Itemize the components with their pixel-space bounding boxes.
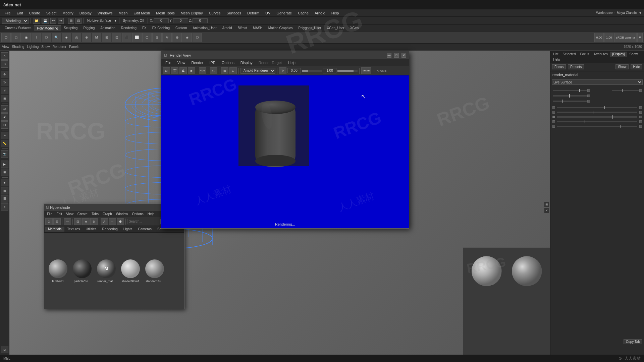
mat-lambert1[interactable]: lambert1 [48, 259, 68, 283]
live-surface-dropdown[interactable]: ▼ [114, 19, 117, 22]
redo-btn[interactable]: ↪ [58, 18, 64, 24]
menu-select[interactable]: Select [44, 10, 59, 16]
rv-menu-view[interactable]: View [175, 60, 188, 65]
shelf-icon-18[interactable]: ⊕ [172, 33, 182, 42]
hs-menu-file[interactable]: File [45, 212, 54, 216]
shelf-icon-4[interactable]: T [32, 33, 41, 42]
rv-btn-3[interactable]: 📽 [179, 67, 187, 74]
rv-refresh-btn[interactable]: ↻ [279, 67, 286, 74]
view-opt-show[interactable]: Show [41, 45, 50, 49]
rv-snap-btn[interactable]: ⊞ [221, 67, 228, 74]
transform-tool[interactable]: ⊞ [1, 95, 8, 102]
timeline-tool[interactable]: ⊞ [1, 169, 8, 176]
mat-particle[interactable]: particleClo... [72, 259, 92, 283]
shelf-icon-9[interactable]: ⊕ [82, 33, 91, 42]
menu-mesh[interactable]: Mesh [116, 10, 130, 16]
menu-help[interactable]: Help [329, 10, 342, 16]
tab-fx[interactable]: FX [140, 25, 149, 31]
tab-poly-modeling[interactable]: Poly Modeling [34, 25, 61, 31]
view-opt-shading[interactable]: Shading [12, 45, 24, 49]
scale-tool[interactable]: ⤢ [1, 87, 8, 94]
shelf-icon-8[interactable]: ◎ [72, 33, 81, 42]
hs-tool-2[interactable]: ⊞ [53, 218, 61, 225]
view-opt-renderer[interactable]: Renderer [52, 45, 66, 49]
open-scene-btn[interactable]: 📁 [33, 18, 40, 24]
hs-menu-options[interactable]: Options [130, 212, 145, 216]
menu-modify[interactable]: Modify [60, 10, 76, 16]
soft-select-tool[interactable]: ◎ [1, 105, 8, 113]
hs-menu-window[interactable]: Window [114, 212, 130, 216]
slider-a[interactable] [557, 107, 637, 108]
select-tool[interactable]: ↖ [1, 52, 8, 60]
slider-track-3[interactable] [553, 101, 587, 102]
shelf-icon-6[interactable]: 🔍 [52, 33, 61, 42]
rv-gamma-input[interactable] [323, 68, 336, 73]
copy-tab-button[interactable]: Copy Tab [624, 339, 642, 344]
hs-tool-7[interactable]: A [101, 218, 108, 225]
undo-btn[interactable]: ↩ [50, 18, 56, 24]
hs-menu-tabs[interactable]: Tabs [90, 212, 100, 216]
rv-color-btn[interactable]: RGB [199, 67, 206, 74]
rv-menu-options[interactable]: Options [219, 60, 237, 65]
rv-minimize-btn[interactable]: — [387, 53, 391, 58]
panel-close-btn[interactable]: ✕ [544, 208, 549, 213]
rv-btn-2[interactable]: 🎬 [171, 67, 178, 74]
menu-uv[interactable]: UV [263, 10, 273, 16]
snap-tool[interactable]: ⊡ [1, 121, 8, 129]
menu-mesh-display[interactable]: Mesh Display [178, 10, 206, 16]
surface-dropdown[interactable]: Live Surface [552, 79, 643, 85]
rv-titlebar[interactable]: M Render View — □ ✕ [161, 51, 409, 59]
rotate-tool[interactable]: ↻ [1, 79, 8, 86]
shelf-icon-5[interactable]: ⬡ [42, 33, 51, 42]
mat-standard[interactable]: standardSu... [145, 259, 165, 283]
menu-display[interactable]: Display [77, 10, 94, 16]
lasso-tool[interactable]: ⊙ [1, 60, 8, 68]
z-input[interactable] [193, 18, 208, 23]
menu-file[interactable]: File [2, 10, 13, 16]
curve-tool[interactable]: ∿ [1, 132, 8, 139]
show-button[interactable]: Show [615, 64, 629, 69]
rv-ratio-btn[interactable]: 1:1 [210, 67, 217, 74]
tab-bifrost[interactable]: Bifrost [235, 25, 250, 31]
tab-xgen-user[interactable]: XGen_User [324, 25, 347, 31]
hs-tool-5[interactable]: ◈ [82, 218, 90, 225]
mat-render-mat[interactable]: M render_mat... [96, 259, 116, 283]
shelf-icon-11[interactable]: ⊞ [102, 33, 111, 42]
hs-tab-materials[interactable]: Materials [45, 227, 64, 232]
slider-track-1[interactable] [553, 90, 587, 91]
menu-generate[interactable]: Generate [274, 10, 294, 16]
shelf-icon-3[interactable]: ◉ [21, 33, 31, 42]
rv-btn-4[interactable]: ▶ [188, 67, 195, 74]
tab-arnold[interactable]: Arnold [220, 25, 235, 31]
color-dropdown[interactable]: ▼ [637, 33, 643, 42]
hs-menu-edit[interactable]: Edit [55, 212, 64, 216]
rv-gamma-slider[interactable] [337, 70, 358, 72]
tab-fx-caching[interactable]: FX Caching [150, 25, 172, 31]
menu-windows[interactable]: Windows [95, 10, 115, 16]
shelf-icon-1[interactable]: ⬡ [1, 33, 11, 42]
workspace-dropdown-icon[interactable]: ▼ [639, 11, 642, 15]
hide-button[interactable]: Hide [631, 64, 642, 69]
menu-edit-mesh[interactable]: Edit Mesh [131, 10, 153, 16]
tab-animation[interactable]: Animation [98, 25, 118, 31]
panel-expand-btn[interactable]: ⊞ [544, 202, 549, 207]
rv-renderer-dropdown[interactable]: Arnold Renderer [240, 68, 275, 74]
shelf-icon-14[interactable]: ⬜ [132, 33, 142, 42]
shelf-icon-19[interactable]: ◈ [182, 33, 192, 42]
snap-curve-btn[interactable]: ⊡ [75, 18, 82, 24]
channel-box-tool[interactable]: ≡ [1, 203, 8, 210]
tab-motion-graphics[interactable]: Motion Graphics [266, 25, 296, 31]
mat-glow[interactable]: shaderGlow1 [120, 259, 141, 283]
rp-tab-help[interactable]: Help [551, 57, 562, 62]
slider-b[interactable] [557, 112, 637, 113]
slider-c[interactable] [557, 116, 637, 118]
xray-tool[interactable]: ◈ [1, 179, 8, 186]
rp-tab-selected[interactable]: Selected [561, 52, 578, 57]
paint-tool[interactable]: 🖌 [1, 113, 8, 121]
tab-rigging[interactable]: Rigging [80, 25, 97, 31]
rv-close-btn[interactable]: ✕ [401, 53, 406, 58]
tab-curves-surfaces[interactable]: Curves / Surfaces [2, 25, 34, 31]
hs-tool-3[interactable]: — [64, 218, 71, 225]
tab-sculpting[interactable]: Sculpting [61, 25, 80, 31]
menu-cache[interactable]: Cache [295, 10, 311, 16]
